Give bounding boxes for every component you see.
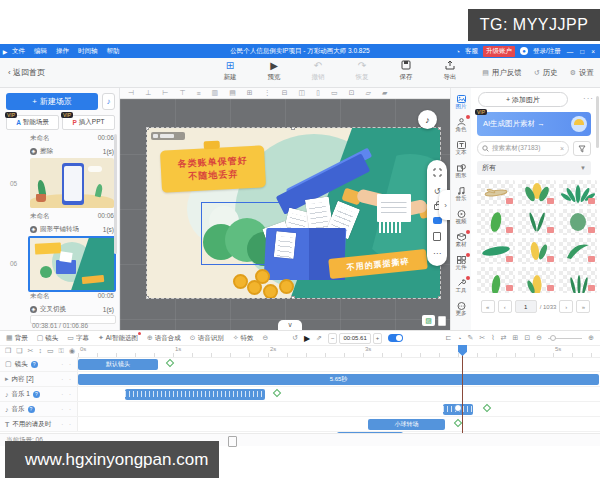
bracket-icon[interactable]: ⊏: [445, 334, 451, 342]
smart-scene-button[interactable]: VIP A 智能场景: [6, 115, 59, 130]
minimize-button[interactable]: —: [566, 48, 575, 55]
clear-search-icon[interactable]: ×: [560, 145, 564, 152]
feedback-button[interactable]: ▤ 用户反馈: [482, 68, 522, 78]
sort-icon[interactable]: ↕: [38, 347, 42, 355]
track-camera[interactable]: ▢ 镜头? · · 默认镜头: [0, 357, 600, 372]
track-text[interactable]: T 不用的请及时· · 小球转场: [0, 417, 600, 432]
asset-thumb[interactable]: [518, 209, 556, 235]
collapse-toolbar-icon[interactable]: ⊖: [263, 334, 269, 342]
login-register-link[interactable]: 登录/注册: [533, 47, 561, 56]
align-icon[interactable]: ▥: [212, 89, 219, 97]
help-icon[interactable]: ?: [31, 361, 38, 368]
scene-label-row[interactable]: 未命名00:05: [30, 292, 114, 302]
asset-thumb[interactable]: [559, 209, 597, 235]
swap-icon[interactable]: ⇄: [501, 334, 507, 342]
back-home-button[interactable]: ‹ 返回首页: [8, 67, 45, 78]
panel-collapse-handle[interactable]: ›: [439, 190, 450, 220]
resize-handle[interactable]: [147, 296, 149, 298]
resize-handle[interactable]: [291, 296, 295, 298]
asset-thumb[interactable]: [518, 267, 556, 293]
doc-icon[interactable]: [228, 436, 237, 447]
redo-button[interactable]: ↷ 恢复: [347, 60, 377, 82]
align-icon[interactable]: ⊥: [145, 89, 151, 97]
scene-music-fab[interactable]: ♪: [418, 110, 437, 129]
next-page-button[interactable]: ›: [559, 300, 573, 313]
clip-music-1[interactable]: [125, 389, 265, 400]
subtitle-button[interactable]: ▭字幕: [67, 334, 89, 343]
rail-item-material[interactable]: 素材: [451, 229, 471, 251]
transition-row[interactable]: ◈ 圆形平铺转场 1(s): [30, 224, 114, 234]
rail-item-tools[interactable]: 工具: [451, 275, 471, 297]
fit-view-icon[interactable]: ⊡: [524, 334, 530, 342]
magnet-icon[interactable]: ⌇: [491, 334, 494, 342]
maximize-button[interactable]: □: [579, 48, 585, 55]
align-icon[interactable]: ⊢: [162, 89, 168, 97]
volume-knob[interactable]: [454, 404, 462, 412]
align-icon[interactable]: ⋮: [264, 89, 271, 97]
first-page-button[interactable]: «: [481, 300, 495, 313]
clip-default-camera[interactable]: 默认镜头: [78, 359, 158, 370]
background-button[interactable]: ▦背景: [6, 334, 28, 343]
undo-button[interactable]: ↶ 撤销: [303, 60, 333, 82]
preview-button[interactable]: ▶ 预览: [259, 60, 289, 82]
fullscreen-preview-icon[interactable]: ⇗: [316, 334, 322, 342]
play-button[interactable]: ▶: [304, 334, 310, 343]
replay-icon[interactable]: ↺: [292, 334, 298, 342]
close-button[interactable]: ×: [590, 48, 596, 55]
clip-content[interactable]: 5.65秒: [78, 374, 599, 385]
asset-thumb[interactable]: [559, 180, 597, 206]
menu-file[interactable]: 文件: [12, 47, 25, 56]
rail-item-component[interactable]: 元件: [451, 252, 471, 274]
more-icon[interactable]: ⋯: [433, 249, 441, 258]
align-icon[interactable]: ≡: [196, 90, 200, 97]
rail-item-more[interactable]: 更多: [451, 298, 471, 320]
zoom-out-icon[interactable]: ⊖: [536, 334, 542, 342]
grid-view-icon[interactable]: ⊞: [513, 334, 519, 342]
track-music1[interactable]: ♪ 音乐 1? · ·: [0, 387, 600, 402]
transition-row[interactable]: ◈ 交叉切换 1(s): [30, 304, 114, 314]
zoom-in-icon[interactable]: ⊕: [588, 334, 594, 342]
track-content[interactable]: ▸ 内容 [2]· · 5.65秒: [0, 372, 600, 387]
stage[interactable]: 各类账单保管好 不随地丢弃 不用的票据撕碎: [147, 128, 440, 298]
menu-timeline[interactable]: 时间轴: [78, 47, 98, 56]
resize-handle[interactable]: [438, 128, 440, 130]
align-icon[interactable]: ⊞: [247, 89, 253, 97]
align-icon[interactable]: ◫: [299, 89, 306, 97]
rail-item-character[interactable]: 角色: [451, 114, 471, 136]
save-button[interactable]: 保存: [391, 60, 421, 82]
duration-value[interactable]: 00:05.61: [339, 333, 370, 344]
assets-scrollbar[interactable]: [596, 96, 599, 148]
edit-icon[interactable]: ✎: [467, 334, 473, 342]
asset-thumb[interactable]: [518, 238, 556, 264]
asset-thumb[interactable]: [559, 238, 597, 264]
speech-recognition-button[interactable]: ⊙语音识别: [190, 334, 224, 343]
settings-button[interactable]: ⚙ 设置: [570, 68, 594, 78]
tts-button[interactable]: ⊕语音合成: [147, 334, 181, 343]
menu-help[interactable]: 帮助: [107, 47, 120, 56]
duration-plus-button[interactable]: +: [373, 333, 383, 344]
auto-play-toggle[interactable]: [388, 334, 403, 342]
lock-icon[interactable]: ⚿: [59, 347, 64, 355]
align-icon[interactable]: ⊡: [349, 89, 355, 97]
align-icon[interactable]: ▤: [229, 89, 236, 97]
scene-music-button[interactable]: ♪: [102, 93, 115, 110]
timeline-zoom-slider[interactable]: [548, 338, 582, 339]
layer-icon[interactable]: [433, 232, 441, 241]
upgrade-account-button[interactable]: 升级账户: [483, 46, 515, 57]
scene-thumbnail-05[interactable]: [30, 158, 114, 208]
align-icon[interactable]: ▱: [366, 89, 371, 97]
asset-thumb[interactable]: [477, 180, 515, 206]
asset-thumb[interactable]: [518, 180, 556, 206]
delete-icon[interactable]: ▭: [47, 347, 54, 355]
transition-row[interactable]: ◈ 擦除 1(s): [30, 146, 114, 156]
cut-icon[interactable]: ✂: [479, 334, 485, 342]
rail-item-text[interactable]: 文本: [451, 137, 471, 159]
panel-more-button[interactable]: ···: [583, 94, 594, 103]
align-icon[interactable]: ⊣: [128, 89, 134, 97]
rail-item-image[interactable]: 图片: [451, 91, 471, 113]
help-icon[interactable]: ?: [28, 406, 35, 413]
resize-handle[interactable]: [291, 128, 295, 130]
page-icon[interactable]: [438, 316, 446, 326]
add-image-button[interactable]: + 添加图片: [478, 92, 568, 107]
duplicate-icon[interactable]: ❐: [5, 347, 11, 355]
